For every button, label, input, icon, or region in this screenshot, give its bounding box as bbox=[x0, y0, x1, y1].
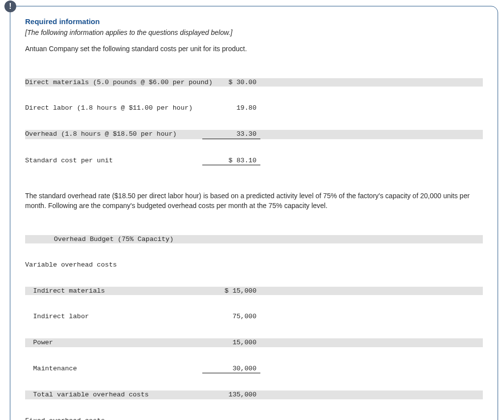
intro-para: Antuan Company set the following standar… bbox=[25, 44, 483, 54]
var-total-value: 135,000 bbox=[202, 390, 260, 399]
fixed-head: Fixed overhead costs bbox=[25, 417, 202, 420]
required-info-heading: Required information bbox=[25, 17, 483, 26]
table-row-label: Indirect materials bbox=[25, 287, 202, 296]
alert-icon: ! bbox=[4, 0, 16, 12]
table-row-value: $ 15,000 bbox=[202, 287, 260, 296]
table-row-label: Overhead (1.8 hours @ $18.50 per hour) bbox=[25, 130, 202, 139]
table-row-label: Direct labor (1.8 hours @ $11.00 per hou… bbox=[25, 104, 202, 113]
budget-title: Overhead Budget (75% Capacity) bbox=[25, 235, 202, 244]
table-total-label: Standard cost per unit bbox=[25, 156, 202, 166]
overhead-budget-table: Overhead Budget (75% Capacity) Variable … bbox=[25, 217, 483, 420]
table-row-value: 19.80 bbox=[202, 104, 260, 113]
table-row-value: 15,000 bbox=[202, 338, 260, 347]
table-row-label: Indirect labor bbox=[25, 312, 202, 321]
variable-head: Variable overhead costs bbox=[25, 261, 202, 270]
table-row-value: 33.30 bbox=[202, 130, 260, 139]
table-row-value: $ 30.00 bbox=[202, 78, 260, 87]
table-row-value: 30,000 bbox=[202, 364, 260, 374]
table-row-label: Power bbox=[25, 338, 202, 347]
required-info-box: ! Required information [The following in… bbox=[10, 6, 498, 420]
standard-costs-table: Direct materials (5.0 pounds @ $6.00 per… bbox=[25, 61, 483, 183]
table-row-label: Direct materials (5.0 pounds @ $6.00 per… bbox=[25, 78, 202, 87]
applies-note: [The following information applies to th… bbox=[25, 29, 483, 36]
var-total-label: Total variable overhead costs bbox=[25, 390, 202, 399]
table-row-label: Maintenance bbox=[25, 364, 202, 374]
table-row-value: 75,000 bbox=[202, 312, 260, 321]
table-total-value: $ 83.10 bbox=[202, 156, 260, 166]
overhead-rate-para: The standard overhead rate ($18.50 per d… bbox=[25, 191, 483, 210]
